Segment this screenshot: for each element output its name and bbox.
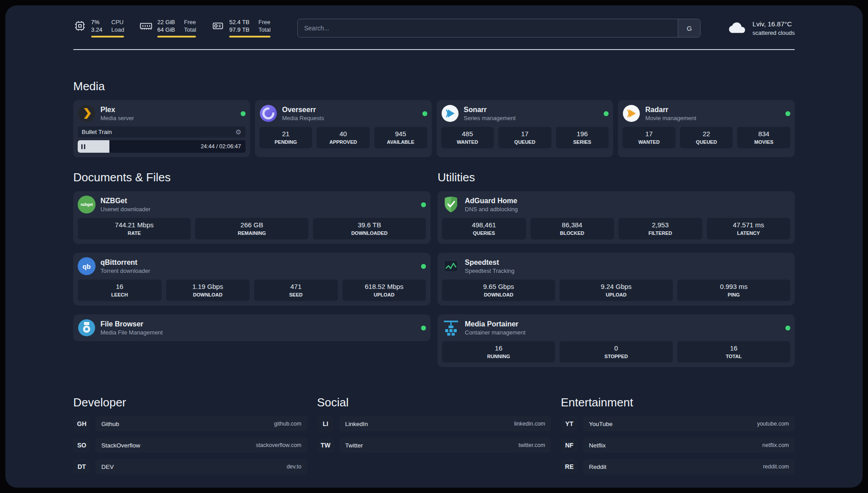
memory-label-free: Free — [184, 19, 196, 25]
github-link[interactable]: Github github.com — [96, 416, 307, 431]
cpu-values: 7% 3.24 — [91, 19, 102, 33]
stat-label: REMAINING — [197, 230, 306, 236]
memory-values: 22 GiB 64 GiB — [157, 19, 175, 33]
nzbget-card[interactable]: nzbget NZBGet Usenet downloader 744.21 M… — [73, 191, 430, 244]
search-input[interactable] — [298, 19, 678, 37]
plex-subtitle: Media server — [100, 115, 134, 121]
stackoverflow-icon[interactable]: SO — [73, 438, 90, 453]
search-engine-button[interactable]: G — [678, 19, 700, 37]
radarr-stat-wanted: 17 WANTED — [622, 127, 676, 148]
media-section: Media Plex Media server Bullet Train ⚙ — [73, 79, 795, 157]
stat-label: DOWNLOAD — [444, 292, 553, 298]
stat-value: 39.6 TB — [315, 221, 424, 229]
cpu-load-value: 3.24 — [91, 27, 102, 33]
linkedin-link[interactable]: LinkedIn linkedin.com — [339, 416, 551, 431]
memory-widget: 22 GiB 64 GiB Free Total — [139, 19, 196, 38]
stat-label: UPLOAD — [344, 292, 425, 298]
playback-time: 24:44 / 02:06:47 — [200, 140, 241, 153]
storage-widget: 52.4 TB 97.9 TB Free Total — [211, 19, 271, 38]
stat-value: 485 — [443, 130, 492, 138]
nzbget-status-dot — [421, 202, 426, 207]
stat-value: 40 — [318, 130, 368, 138]
stat-value: 834 — [739, 130, 789, 138]
bookmark-url: youtube.com — [757, 421, 789, 427]
reddit-link[interactable]: Reddit reddit.com — [583, 459, 795, 474]
weather-widget: Lviv, 16.87°C scattered clouds — [727, 20, 795, 37]
entertainment-bookmarks: Entertainment YT YouTube youtube.com NF … — [561, 396, 795, 480]
social-section-title: Social — [317, 396, 551, 409]
filebrowser-card[interactable]: File Browser Media File Management — [73, 314, 430, 341]
stat-label: LATENCY — [709, 230, 789, 236]
cpu-label-1: CPU — [111, 19, 124, 25]
memory-usage-bar — [157, 36, 196, 38]
bookmark-name: Twitter — [345, 442, 363, 449]
youtube-icon[interactable]: YT — [561, 416, 578, 431]
netflix-icon[interactable]: NF — [561, 438, 578, 453]
portainer-stat-stopped: 0 STOPPED — [559, 341, 672, 363]
sonarr-status-dot — [604, 111, 609, 116]
stat-value: 21 — [261, 130, 311, 138]
social-bookmarks: Social LI LinkedIn linkedin.com TW Twitt… — [317, 396, 551, 480]
stat-value: 16 — [79, 283, 160, 291]
youtube-link[interactable]: YouTube youtube.com — [583, 416, 795, 431]
portainer-card[interactable]: Media Portainer Container management 16 … — [438, 314, 795, 367]
media-section-title: Media — [73, 79, 795, 93]
bookmark-url: linkedin.com — [514, 421, 545, 427]
github-icon[interactable]: GH — [73, 416, 90, 431]
bookmark-url: reddit.com — [763, 464, 789, 470]
stat-value: 266 GB — [197, 221, 306, 229]
stat-label: RATE — [79, 230, 189, 236]
sonarr-card[interactable]: Sonarr Series management 485 WANTED 17 Q… — [437, 100, 613, 157]
speedtest-name: Speedtest — [465, 258, 514, 267]
cloud-icon — [727, 20, 747, 37]
now-playing-title: Bullet Train — [82, 129, 112, 135]
stat-value: 16 — [679, 344, 789, 352]
stat-label: PENDING — [261, 139, 311, 145]
stat-value: 9.24 Gbps — [561, 283, 671, 291]
twitter-icon[interactable]: TW — [317, 438, 334, 453]
filebrowser-status-dot — [421, 326, 426, 330]
cpu-widget: 7% 3.24 CPU Load — [73, 19, 124, 38]
twitter-link[interactable]: Twitter twitter.com — [339, 438, 551, 453]
now-playing-row: Bullet Train ⚙ — [78, 126, 246, 138]
plex-card[interactable]: Plex Media server Bullet Train ⚙ 24:44 /… — [73, 100, 250, 157]
gear-icon[interactable]: ⚙ — [235, 129, 241, 135]
bookmark-name: Netflix — [589, 442, 606, 449]
stackoverflow-link[interactable]: StackOverflow stackoverflow.com — [96, 438, 307, 453]
stat-label: TOTAL — [679, 354, 789, 359]
stat-value: 22 — [682, 130, 731, 138]
utilities-section-title: Utilities — [438, 171, 795, 184]
dev-link[interactable]: DEV dev.to — [96, 459, 307, 474]
qbittorrent-card[interactable]: qb qBittorrent Torrent downloader 16 LEE… — [73, 253, 430, 305]
plex-icon — [78, 104, 96, 122]
overseerr-status-dot — [422, 111, 427, 116]
plex-status-dot — [241, 111, 246, 116]
qbittorrent-stat-seed: 471 SEED — [254, 280, 338, 301]
overseerr-name: Overseerr — [282, 105, 324, 114]
stat-label: AVAILABLE — [376, 139, 426, 145]
overseerr-card[interactable]: Overseerr Media Requests 21 PENDING 40 A… — [255, 100, 432, 157]
playback-progress-bar: 24:44 / 02:06:47 — [78, 140, 246, 153]
stat-label: UPLOAD — [561, 292, 671, 298]
adguard-card[interactable]: AdGuard Home DNS and adblocking 498,461 … — [438, 191, 795, 244]
bookmark-url: stackoverflow.com — [256, 442, 301, 448]
dev-icon[interactable]: DT — [73, 459, 90, 474]
entertainment-section-title: Entertainment — [561, 396, 795, 409]
radarr-icon — [622, 104, 640, 122]
overseerr-icon — [259, 104, 277, 122]
bookmark-row-netflix: NF Netflix netflix.com — [561, 438, 795, 453]
netflix-link[interactable]: Netflix netflix.com — [583, 438, 795, 453]
pause-button[interactable] — [81, 144, 87, 149]
stat-label: PING — [679, 292, 789, 298]
qbittorrent-stat-download: 1.19 Gbps DOWNLOAD — [166, 280, 250, 301]
linkedin-icon[interactable]: LI — [317, 416, 334, 431]
sonarr-stat-series: 196 SERIES — [556, 127, 609, 148]
radarr-card[interactable]: Radarr Movie management 17 WANTED 22 QUE… — [618, 100, 795, 157]
qbittorrent-status-dot — [421, 264, 426, 269]
search-bar: G — [297, 19, 701, 38]
speedtest-card[interactable]: Speedtest Speedtest Tracking 9.65 Gbps D… — [438, 253, 795, 305]
bookmark-url: github.com — [274, 421, 301, 427]
stat-label: DOWNLOAD — [168, 292, 248, 298]
dashboard-panel: 7% 3.24 CPU Load — [5, 5, 863, 488]
reddit-icon[interactable]: RE — [561, 459, 578, 474]
